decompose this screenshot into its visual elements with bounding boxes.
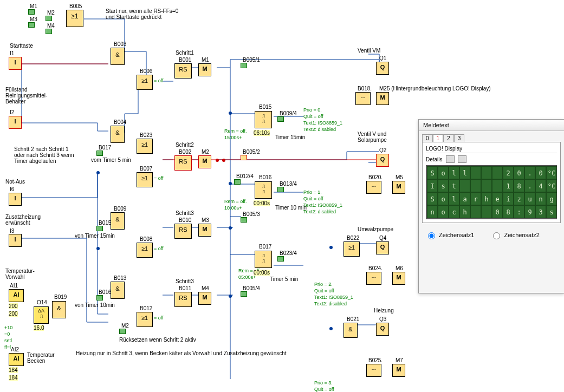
block-t3[interactable]: ⎍⎍	[255, 251, 272, 268]
block-m6[interactable]: M	[392, 272, 405, 285]
node	[329, 327, 333, 330]
pin-m1[interactable]	[28, 9, 35, 15]
pin-m2r[interactable]	[119, 329, 126, 334]
pin-t1-split[interactable]	[277, 116, 284, 122]
block-i1[interactable]: I	[9, 57, 22, 70]
block-m2[interactable]: M	[198, 155, 211, 168]
t1-name: Timer 15min	[275, 134, 305, 140]
start-comment: Start nur, wenn alle RS-FFs=0 und Startt…	[106, 8, 178, 20]
block-b006-or[interactable]: ≥1	[137, 75, 153, 90]
tab-1[interactable]: 1	[433, 134, 444, 142]
lbl-b009: B009	[114, 206, 126, 212]
block-i6[interactable]: I	[9, 193, 22, 206]
pin-t2-split[interactable]	[277, 187, 284, 192]
block-b022[interactable]: ≥1	[343, 241, 360, 257]
block-b003[interactable]: &	[111, 48, 125, 65]
tab-2[interactable]: 2	[443, 134, 454, 142]
tab-3[interactable]: 3	[454, 134, 465, 142]
t1-val: 06:10s	[254, 130, 270, 136]
pin-b005-3[interactable]	[241, 217, 247, 223]
lbl-i2: I2	[10, 109, 14, 115]
node	[229, 182, 232, 185]
p0-t2: Text2: disabled	[303, 127, 336, 132]
block-q3[interactable]: Q	[376, 323, 389, 336]
edit-icon[interactable]	[446, 155, 455, 163]
block-b020[interactable]: ---	[366, 181, 381, 194]
q3-q: Q3	[379, 316, 386, 322]
block-ai1[interactable]: AI	[9, 289, 24, 302]
p0-prio: Prio = 0.	[303, 107, 322, 113]
block-t1[interactable]: ⎍⎍	[255, 111, 272, 128]
s3a-m: M3	[202, 217, 209, 223]
pin-b005-2[interactable]	[241, 155, 247, 160]
panel-body: LOGO! Display Details Soll20.0°CIst18.4°…	[422, 142, 561, 223]
block-i3[interactable]: I	[9, 234, 22, 247]
radio-charset2[interactable]: Zeichensatz2	[490, 231, 539, 239]
p1-t1: Text1: ISO8859_1	[303, 202, 342, 208]
pin-b017[interactable]	[96, 151, 103, 156]
block-q4[interactable]: Q	[376, 241, 389, 254]
lbl-notaus: Not-Aus	[5, 179, 25, 185]
block-rs4[interactable]: RS	[174, 292, 192, 307]
block-b009[interactable]: &	[111, 212, 125, 230]
block-rs2[interactable]: RS	[174, 155, 192, 171]
lbl-i6: I6	[10, 186, 14, 192]
block-b023[interactable]: ≥1	[137, 139, 153, 154]
p2-prio: Prio = 2.	[314, 282, 333, 287]
block-b004[interactable]: &	[111, 126, 125, 143]
p2-t1: Text1: ISO8859_1	[314, 295, 353, 300]
lbl-zusatz: Zusatzheizung erwünscht	[5, 214, 41, 226]
radio-charset1[interactable]: Zeichensatz1	[425, 231, 474, 239]
block-m3[interactable]: M	[198, 224, 211, 237]
block-b013[interactable]: &	[111, 282, 125, 299]
q1-q: Q1	[379, 55, 386, 61]
block-b005-or[interactable]: ≥1	[66, 10, 83, 27]
pin-b005-4[interactable]	[241, 291, 247, 297]
pin-b005-1[interactable]	[241, 63, 247, 68]
details-label: Details	[426, 156, 443, 162]
pin-m3[interactable]	[28, 22, 35, 28]
block-m25[interactable]: M	[376, 92, 389, 105]
lbl-starttaste: Starttaste	[10, 43, 33, 49]
block-rs1[interactable]: RS	[174, 63, 192, 79]
block-o14[interactable]: ΔA⎍	[34, 306, 49, 324]
lbl-i3: I3	[10, 228, 14, 234]
block-m7[interactable]: M	[392, 364, 405, 377]
b024: B024.	[368, 265, 383, 271]
pin-b012-4[interactable]	[234, 179, 241, 185]
block-b021[interactable]: &	[343, 323, 358, 338]
b025: B025.	[368, 357, 383, 363]
block-m1[interactable]: M	[198, 63, 211, 76]
tab-0[interactable]: 0	[422, 134, 433, 142]
pin-b016[interactable]	[96, 295, 103, 300]
pin-t3-split[interactable]	[277, 256, 284, 262]
block-m4[interactable]: M	[198, 292, 211, 305]
block-b012[interactable]: ≥1	[137, 312, 153, 327]
block-rs3[interactable]: RS	[174, 224, 192, 239]
block-b008[interactable]: ≥1	[137, 243, 153, 258]
block-b018[interactable]: ---	[355, 92, 371, 105]
pin-m4[interactable]	[46, 29, 52, 34]
lbl-m3: M3	[30, 16, 37, 22]
o14-a: +10	[4, 325, 12, 330]
toggle-icon[interactable]	[458, 155, 466, 163]
block-b019[interactable]: &	[52, 301, 66, 318]
block-q1[interactable]: Q	[376, 62, 389, 75]
lbl-reset: Rücksetzen wenn Schritt 2 aktiv	[119, 337, 196, 343]
pin-m2[interactable]	[46, 16, 52, 21]
block-ai2[interactable]: AI	[9, 353, 24, 366]
t1-b: B015	[259, 104, 271, 110]
q4-b: B022	[347, 235, 359, 241]
block-b007[interactable]: ≥1	[137, 172, 153, 187]
block-m5[interactable]: M	[392, 181, 405, 194]
pin-b015[interactable]	[96, 226, 103, 231]
m6: M6	[396, 265, 403, 271]
block-b025[interactable]: ---	[366, 364, 381, 377]
p2-quit: Quit = off	[314, 288, 334, 293]
block-t2[interactable]: ⎍⎍	[255, 181, 272, 199]
block-q2[interactable]: Q	[376, 154, 389, 167]
lbl-b017p: B017	[99, 145, 111, 151]
block-i2[interactable]: I	[9, 116, 22, 129]
block-b024[interactable]: ---	[366, 272, 381, 285]
t1-rem: Rem = off.	[224, 128, 247, 134]
